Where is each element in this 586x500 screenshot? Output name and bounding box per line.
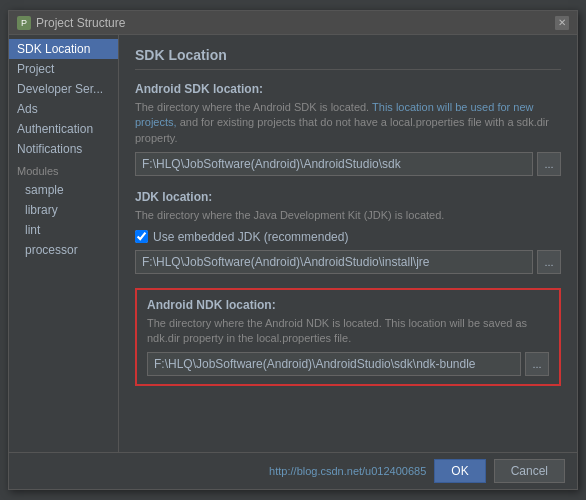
sidebar-item-library[interactable]: library (9, 200, 118, 220)
title-bar-left: P Project Structure (17, 16, 125, 30)
ok-button[interactable]: OK (434, 459, 485, 483)
jdk-checkbox-row: Use embedded JDK (recommended) (135, 230, 561, 244)
ndk-input-row: ... (147, 352, 549, 376)
ndk-browse-button[interactable]: ... (525, 352, 549, 376)
ndk-section: Android NDK location: The directory wher… (135, 288, 561, 387)
android-sdk-input-row: ... (135, 152, 561, 176)
close-button[interactable]: ✕ (555, 16, 569, 30)
android-sdk-label: Android SDK location: (135, 82, 561, 96)
sidebar-item-notifications[interactable]: Notifications (9, 139, 118, 159)
jdk-label: JDK location: (135, 190, 561, 204)
ndk-desc-part1: The directory where the Android NDK is l… (147, 317, 382, 329)
android-sdk-path-input[interactable] (135, 152, 533, 176)
jdk-checkbox-label: Use embedded JDK (recommended) (153, 230, 348, 244)
footer-link[interactable]: http://blog.csdn.net/u012400685 (269, 465, 426, 477)
jdk-embedded-checkbox[interactable] (135, 230, 148, 243)
sidebar-item-processor[interactable]: processor (9, 240, 118, 260)
dialog-footer: http://blog.csdn.net/u012400685 OK Cance… (9, 452, 577, 489)
sidebar-item-lint[interactable]: lint (9, 220, 118, 240)
project-icon: P (17, 16, 31, 30)
sidebar-item-authentication[interactable]: Authentication (9, 119, 118, 139)
sidebar-item-project[interactable]: Project (9, 59, 118, 79)
ndk-label: Android NDK location: (147, 298, 549, 312)
sidebar-item-sample[interactable]: sample (9, 180, 118, 200)
sidebar-section-modules: Modules (9, 159, 118, 180)
title-bar: P Project Structure ✕ (9, 11, 577, 35)
ndk-path-input[interactable] (147, 352, 521, 376)
android-sdk-desc: The directory where the Android SDK is l… (135, 100, 561, 146)
ndk-desc-part3: in the local.properties file. (227, 332, 352, 344)
sidebar-item-developer-services[interactable]: Developer Ser... (9, 79, 118, 99)
android-sdk-desc-part1: The directory where the Android SDK is l… (135, 101, 369, 113)
jdk-path-input[interactable] (135, 250, 533, 274)
project-structure-dialog: P Project Structure ✕ SDK Location Proje… (8, 10, 578, 490)
content-title: SDK Location (135, 47, 561, 70)
sidebar: SDK Location Project Developer Ser... Ad… (9, 35, 119, 452)
jdk-input-row: ... (135, 250, 561, 274)
android-sdk-desc-part2: and for existing projects that do not ha… (135, 116, 549, 143)
android-sdk-browse-button[interactable]: ... (537, 152, 561, 176)
dialog-body: SDK Location Project Developer Ser... Ad… (9, 35, 577, 452)
main-content: SDK Location Android SDK location: The d… (119, 35, 577, 452)
dialog-title: Project Structure (36, 16, 125, 30)
cancel-button[interactable]: Cancel (494, 459, 565, 483)
jdk-desc: The directory where the Java Development… (135, 208, 561, 223)
android-sdk-section: Android SDK location: The directory wher… (135, 82, 561, 176)
ndk-desc: The directory where the Android NDK is l… (147, 316, 549, 347)
sidebar-item-sdk-location[interactable]: SDK Location (9, 39, 118, 59)
jdk-browse-button[interactable]: ... (537, 250, 561, 274)
jdk-section: JDK location: The directory where the Ja… (135, 190, 561, 273)
sidebar-item-ads[interactable]: Ads (9, 99, 118, 119)
